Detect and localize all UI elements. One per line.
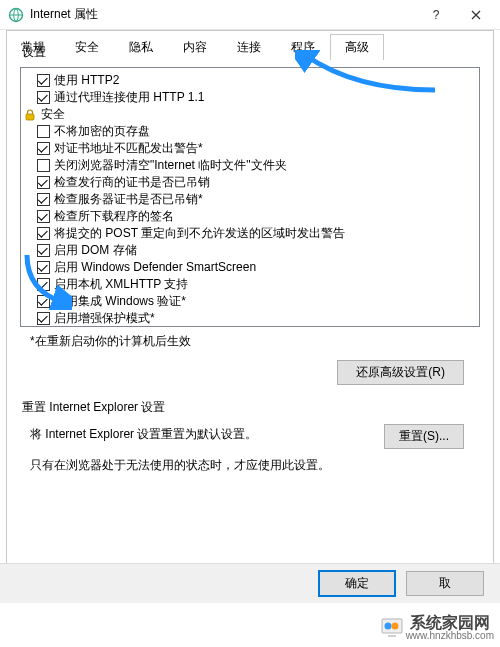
tree-item-label: 安全 <box>41 106 65 123</box>
checkbox[interactable] <box>37 74 50 87</box>
reset-description: 将 Internet Explorer 设置重置为默认设置。 <box>30 426 257 443</box>
tree-item-label: 对证书地址不匹配发出警告* <box>54 140 203 157</box>
internet-options-icon <box>8 7 24 23</box>
reset-group-label: 重置 Internet Explorer 设置 <box>22 399 480 416</box>
tree-item[interactable]: 对证书地址不匹配发出警告* <box>23 140 477 157</box>
watermark-icon <box>380 616 404 640</box>
tree-category: 安全 <box>23 106 477 123</box>
svg-point-4 <box>391 623 398 630</box>
tree-item-label: 检查服务器证书是否已吊销* <box>54 191 203 208</box>
reset-button[interactable]: 重置(S)... <box>384 424 464 449</box>
tree-item-label: 关闭浏览器时清空"Internet 临时文件"文件夹 <box>54 157 287 174</box>
tree-item[interactable]: 启用本机 XMLHTTP 支持 <box>23 276 477 293</box>
svg-point-3 <box>384 623 391 630</box>
tree-item-label: 将提交的 POST 重定向到不允许发送的区域时发出警告 <box>54 225 345 242</box>
help-button[interactable]: ? <box>416 0 456 30</box>
watermark: 系统家园网 www.hnzkhbsb.com <box>380 615 494 641</box>
tree-item-label: 启用 Windows Defender SmartScreen <box>54 259 256 276</box>
checkbox[interactable] <box>37 91 50 104</box>
tree-item[interactable]: 启用集成 Windows 验证* <box>23 293 477 310</box>
tree-item[interactable]: 检查所下载程序的签名 <box>23 208 477 225</box>
tree-item-label: 使用 HTTP2 <box>54 72 119 89</box>
checkbox[interactable] <box>37 125 50 138</box>
tree-item-label: 检查发行商的证书是否已吊销 <box>54 174 210 191</box>
tree-item[interactable]: 检查服务器证书是否已吊销* <box>23 191 477 208</box>
tree-item-label: 启用集成 Windows 验证* <box>54 293 186 310</box>
lock-icon <box>23 108 37 122</box>
annotation-arrow-to-item <box>22 250 72 310</box>
checkbox[interactable] <box>37 227 50 240</box>
tree-item[interactable]: 检查发行商的证书是否已吊销 <box>23 174 477 191</box>
annotation-arrow-to-tab <box>295 50 445 100</box>
tree-item[interactable]: 启用 DOM 存储 <box>23 242 477 259</box>
checkbox[interactable] <box>37 159 50 172</box>
checkbox[interactable] <box>37 210 50 223</box>
restart-note: *在重新启动你的计算机后生效 <box>30 333 478 350</box>
tree-item-label: 检查所下载程序的签名 <box>54 208 174 225</box>
tree-item[interactable]: 将提交的 POST 重定向到不允许发送的区域时发出警告 <box>23 225 477 242</box>
checkbox[interactable] <box>37 312 50 325</box>
tree-item-label: 启用增强保护模式* <box>54 310 155 327</box>
titlebar: Internet 属性 ? <box>0 0 500 30</box>
tree-item[interactable]: 关闭浏览器时清空"Internet 临时文件"文件夹 <box>23 157 477 174</box>
window-title: Internet 属性 <box>30 6 416 23</box>
tree-item[interactable]: 不将加密的页存盘 <box>23 123 477 140</box>
advanced-panel: 设置 使用 HTTP2通过代理连接使用 HTTP 1.1安全不将加密的页存盘对证… <box>6 30 494 591</box>
reset-note: 只有在浏览器处于无法使用的状态时，才应使用此设置。 <box>30 457 478 474</box>
checkbox[interactable] <box>37 193 50 206</box>
checkbox[interactable] <box>37 176 50 189</box>
restore-advanced-button[interactable]: 还原高级设置(R) <box>337 360 464 385</box>
svg-rect-5 <box>388 635 396 637</box>
tree-item[interactable]: 启用 Windows Defender SmartScreen <box>23 259 477 276</box>
tree-item-label: 不将加密的页存盘 <box>54 123 150 140</box>
settings-tree[interactable]: 使用 HTTP2通过代理连接使用 HTTP 1.1安全不将加密的页存盘对证书地址… <box>20 67 480 327</box>
close-button[interactable] <box>456 0 496 30</box>
tree-item[interactable]: 启用增强保护模式* <box>23 310 477 327</box>
tree-item-label: 通过代理连接使用 HTTP 1.1 <box>54 89 204 106</box>
checkbox[interactable] <box>37 142 50 155</box>
watermark-name: 系统家园网 <box>410 615 494 631</box>
watermark-url: www.hnzkhbsb.com <box>406 631 494 641</box>
tree-item-label: 启用本机 XMLHTTP 支持 <box>54 276 188 293</box>
svg-rect-1 <box>26 114 34 120</box>
